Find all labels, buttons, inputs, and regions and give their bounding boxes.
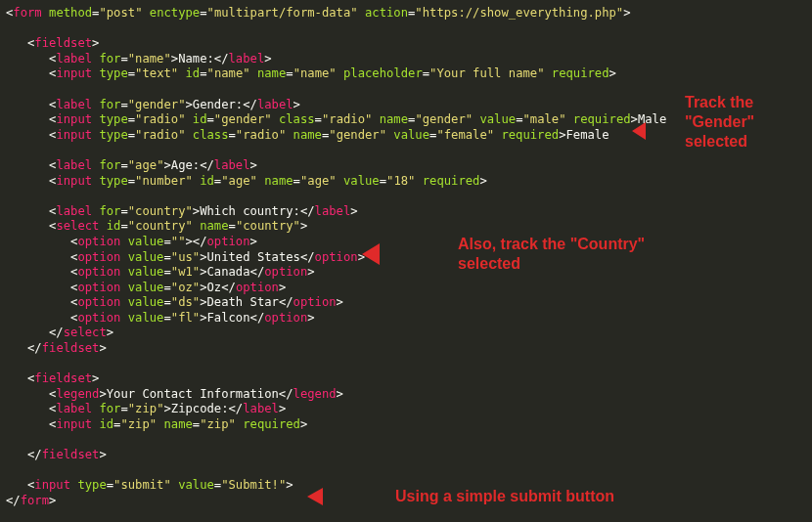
- legend-text: Your Contact Information: [107, 387, 279, 401]
- option-4-text: Death Star: [207, 295, 279, 309]
- attr-enctype: multipart/form-data: [214, 6, 350, 20]
- option-5-text: Falcon: [207, 311, 250, 325]
- label-name-text: Name:: [178, 52, 214, 65]
- label-age-text: Age:: [171, 158, 200, 172]
- radio-female-text: Female: [565, 128, 609, 142]
- label-country-text: Which country:: [200, 204, 300, 218]
- label-zip-text: Zipcode:: [171, 402, 229, 415]
- option-3-text: Oz: [207, 281, 222, 294]
- option-2-text: Canada: [207, 265, 250, 279]
- attr-action: https://show_everything.php: [423, 6, 616, 20]
- attr-method: post: [107, 6, 135, 20]
- label-gender-text: Gender:: [193, 98, 243, 111]
- option-1-text: United States: [207, 250, 300, 264]
- radio-male-text: Male: [638, 112, 666, 126]
- code-block: <form method="post" enctype="multipart/f…: [0, 0, 812, 515]
